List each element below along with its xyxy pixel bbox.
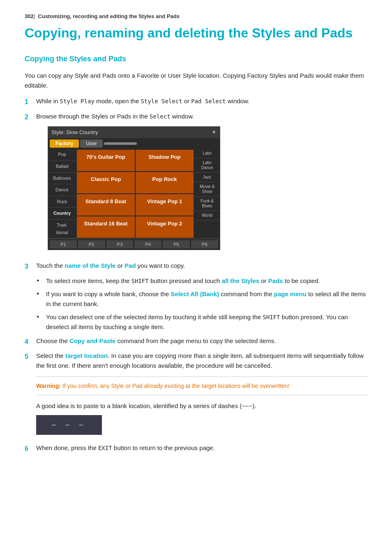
cat-traditional[interactable]: Trad-itional [48,220,76,239]
bullet-3: You can deselect one of the selected ite… [37,312,367,332]
factory-tab[interactable]: Factory [50,139,79,148]
cat-ballad[interactable]: Ballad [48,161,76,173]
content-area: Pop Ballad Ballroom Dance Rock Country T… [48,149,220,239]
center-grid: 70's Guitar Pop Shadow Pop Classic Pop P… [76,149,194,239]
grid-cell-standard-16-beat[interactable]: Standard 16 Beat [77,216,135,238]
rcat-world[interactable]: World [194,211,220,220]
grid-cell-standard-8-beat[interactable]: Standard 8 Beat [77,194,135,216]
rcat-movie-show[interactable]: Movie &Show [194,182,220,197]
grid-cell-70s-guitar-pop[interactable]: 70's Guitar Pop [77,150,135,171]
grid-cell-classic-pop[interactable]: Classic Pop [77,172,135,193]
right-categories: Latin LatinDance Jazz Movie &Show Funk &… [194,149,220,239]
step-5: 5 Select the target location. In case yo… [25,351,367,439]
subheading: Copying the Styles and Pads [25,53,367,65]
style-select-window: Style: Slow Country ▼ Factory User Pop B… [48,126,220,251]
pad-p6[interactable]: P6 [191,240,218,248]
dash-symbol: − − − [51,418,87,432]
cat-country[interactable]: Country [48,208,76,220]
grid-cell-shadow-pop[interactable]: Shadow Pop [136,150,194,171]
warning-box: Warning: If you confirm, any Style or Pa… [36,376,367,395]
style-title-bar: Style: Slow Country ▼ [48,127,220,139]
page-number: 302| Customizing, recording and editing … [25,12,367,21]
bullet-1: To select more items, keep the SHIFT but… [37,276,367,286]
bullet-2: If you want to copy a whole bank, choose… [37,289,367,309]
step-4: 4 Choose the Copy and Paste command from… [25,336,367,347]
page-title: Copying, renaming and deleting the Style… [25,25,367,41]
extra-tab[interactable] [104,142,137,145]
step-6: 6 When done, press the EXIT button to re… [25,443,367,454]
grid-cell-pop-rock[interactable]: Pop Rock [136,172,194,193]
warning-text: Warning: If you confirm, any Style or Pa… [36,383,290,389]
pad-p4[interactable]: P4 [134,240,161,248]
step-1: 1 While in Style Play mode, open the Sty… [25,96,367,107]
grid-cell-vintage-pop-2[interactable]: Vintage Pop 2 [136,216,194,238]
rcat-funk-blues[interactable]: Funk &Blues [194,197,220,211]
step-2: 2 Browse through the Styles or Pads in t… [25,111,367,257]
cat-ballroom[interactable]: Ballroom [48,173,76,185]
style-title-text: Style: Slow Country [51,128,98,137]
after-warning-text: A good idea is to paste to a blank locat… [36,401,367,411]
pad-p5[interactable]: P5 [163,240,190,248]
cat-pop[interactable]: Pop [48,149,76,161]
tabs-row: Factory User [48,138,220,149]
intro-paragraph: You can copy any Style and Pads onto a F… [25,71,367,91]
user-tab[interactable]: User [80,139,103,148]
page-header: 302| Customizing, recording and editing … [25,12,367,21]
pad-p2[interactable]: P2 [78,240,105,248]
rcat-jazz[interactable]: Jazz [194,173,220,182]
rcat-latin[interactable]: Latin [194,149,220,158]
warning-label: Warning: [36,383,61,389]
rcat-latin-dance[interactable]: LatinDance [194,158,220,173]
pad-p1[interactable]: P1 [50,240,77,248]
cat-dance[interactable]: Dance [48,184,76,196]
pad-p3[interactable]: P3 [106,240,134,248]
step-3: 3 Touch the name of the Style or Pad you… [25,261,367,272]
dropdown-arrow-icon: ▼ [211,128,217,137]
grid-cell-vintage-pop-1[interactable]: Vintage Pop 1 [136,194,194,216]
left-categories: Pop Ballad Ballroom Dance Rock Country T… [48,149,76,239]
pads-row: P1 P2 P3 P4 P5 P6 [48,239,220,250]
cat-rock[interactable]: Rock [48,196,76,208]
dash-box: − − − [36,415,102,435]
